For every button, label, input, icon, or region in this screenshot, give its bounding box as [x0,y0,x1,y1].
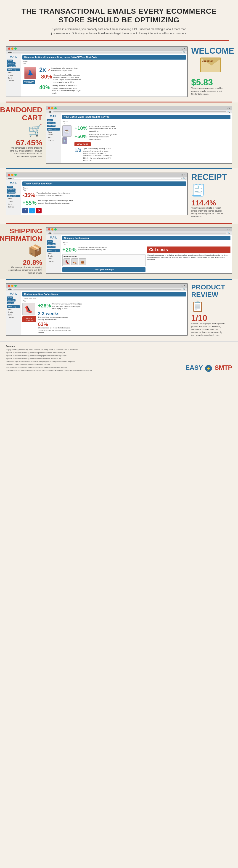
source-8: yesmagazine.com/content/blog/post/archiv… [6,369,92,372]
shipping-stat-desc: The average click rate for shipping conf… [8,266,42,275]
facebook-icon[interactable]: f [22,208,28,213]
stat-63: 63% [38,321,48,327]
reward-btn[interactable]: REWARD [7,302,14,304]
stat-80: -80% [39,74,52,80]
stat-28: +28% [38,303,51,309]
related-item-3: 👜 [79,258,86,265]
sources-content: Sources: shopify.com/blog/548430-why-onl… [6,345,92,372]
reply-btn[interactable]: REPLY [7,60,13,62]
stat-40-desc: Sending a series of emails can improve t… [52,85,81,94]
mail-client: MAIL REPLY REPLY ALL FORWARD Inbox (12) … [6,180,187,215]
reply-all-btn[interactable]: REPLY ALL [47,122,56,124]
email-subject-bar: Review Your New Coffee Maker [22,292,186,297]
titlebar: □ ✕ [6,173,187,177]
receipt-stat-value: 114.4% [191,199,226,207]
stat-2x-arrow: ↗ [48,68,51,71]
mail-client: MAIL REPLY REPLY ALL REWARD Inbox (12) J… [6,291,187,335]
stat-55-desc: The average increase in click-through wh… [38,200,75,205]
stat-20: +20% [62,247,77,253]
from-to: From:To: [22,61,186,65]
stat-10-desc: The increase in open rates when specific… [89,125,119,132]
reply-btn[interactable]: REPLY [7,186,13,188]
review-stat-desc: Around 1 in 10 people will respond to pr… [191,322,226,337]
page-header: THE TRANSACTIONAL EMAILS EVERY ECOMMERCE… [0,0,238,38]
mail-sidebar: MAIL REPLY REPLY ALL FORWARD Inbox (12) … [6,54,21,97]
shipping-stat-value: 20.8% [8,259,42,266]
stat-28-desc: Using the word 'review' in the subject l… [52,303,84,310]
source-7: smartinsights.com/email-marketing/email-… [6,366,92,369]
welcome-right-panel: WELCOME WELCOME $5.83 The average revenu… [191,46,232,95]
revenue-value: $5.83 [191,78,226,87]
mail-main: Review Your New Coffee Maker Today 8:06 … [21,291,187,335]
folder-drafts[interactable]: Drafts [7,74,20,76]
review-stat-value: 1/10 [191,314,226,322]
forward-btn[interactable]: FORWARD [7,191,16,193]
email-body: 👗 MEMBERSHIP BENEFITS 2x ↗ [22,66,186,95]
shipping-left-panel: SHIPPING CONFIRMATION 📦 20.8% The averag… [6,227,42,275]
forward-btn[interactable]: FORWARD [7,65,16,67]
review-product-button[interactable]: Review Product [22,316,36,322]
mail-main: Your Coffee Maker Is Still Waiting For Y… [61,114,232,163]
revenue-desc: The average revenue per email for welcom… [191,87,226,95]
cart-stat-value: 67.45% [8,139,42,147]
source-5: clicks.com/blog/column/2309453-tips-for-… [6,360,92,363]
folder-sent[interactable]: Sent [7,77,20,79]
cut-costs-header: Cut costs [147,247,231,253]
source-1: shopify.com/blog/548430-why-online-retai… [6,348,92,351]
view-cart-button[interactable]: VIEW CART [75,142,91,146]
receipt-email-mockup: □ ✕ ◀ ▶ 🔍 MAIL REPLY REPLY ALL FORWARD I… [6,173,188,215]
addressbar: ◀ ▶ 🔍 [6,287,187,291]
cart-left-panel: ABANDONED CART 🛒 67.45% The percentage o… [6,106,42,158]
reply-all-btn[interactable]: REPLY ALL [47,243,56,245]
min-dot [11,48,13,50]
stat-20-desc: Adding cross-sell recommendations increa… [78,247,108,251]
stat-weeks: 2-3 weeks [38,311,60,316]
stat-35-desc: The reduction in click rate for confirma… [36,192,73,197]
person-figure: 👗 [24,67,36,79]
mail-sidebar: MAIL REPLY REPLY ALL FORWARD Inbox (12) … [6,180,21,215]
review-section: □ ✕ ◀ ▶ 🔍 MAIL REPLY REPLY ALL REWARD In… [0,280,238,341]
reply-all-btn[interactable]: REPLY ALL [7,188,16,191]
folder-deleted[interactable]: Deleted [7,80,20,82]
reply-all-btn[interactable]: REPLY ALL [7,62,16,65]
source-4: experian.com/assets/marketing-services/p… [6,358,92,361]
main-title: THE TRANSACTIONAL EMAILS EVERY ECOMMERCE… [18,7,220,24]
titlebar: □ ✕ [46,106,232,110]
addressbar: ◀ ▶ 🔍 [6,51,187,54]
cut-costs-desc: On customer service by including any inf… [147,254,231,261]
stat-40: 40% [39,85,50,90]
cart-section: ABANDONED CART 🛒 67.45% The percentage o… [0,102,238,168]
forward-btn[interactable]: FORWARD [47,246,56,248]
reply-all-btn[interactable]: REPLY ALL [7,299,16,302]
welcome-section: □ ✕ ◀ ▶ 🔍 MAIL REPLY REPLY ALL FORWARD I… [0,43,238,101]
forward-btn[interactable]: FORWARD [47,125,56,127]
reply-btn[interactable]: REPLY [7,297,13,299]
reply-btn[interactable]: REPLY [47,240,53,243]
source-3: experian.com/assets/marketing-services/w… [6,354,92,358]
shipping-section: SHIPPING CONFIRMATION 📦 20.8% The averag… [0,224,238,279]
folder-inbox[interactable]: Inbox (12) [7,68,20,71]
envelope-illustration: WELCOME [200,58,223,76]
titlebar: □ ✕ [46,227,232,231]
receipt-illustration: 🧾 [191,184,205,197]
brand-logo: EASY ⚡ SMTP [185,364,232,372]
reply-btn[interactable]: REPLY [47,119,53,121]
mail-main: Shipping Confirmation From:To: +20% Addi… [61,235,232,273]
stat-2x-desc: Including an offer can more than double … [51,67,79,72]
cart-title: ABANDONED CART [0,106,42,122]
max-dot [14,48,17,50]
stat-half-desc: Open rates vary by industry, but on aver… [83,148,113,162]
receipt-right-panel: RECEIPT 🧾 114.4% The average open rate o… [191,173,232,218]
mail-main: Welcome To Our eCommerce Store, Here's 1… [21,54,187,97]
stat-weeks-desc: The ideal time between purchase and send… [38,316,75,321]
related-items-container: Related Items 👠 👡 👜 [62,254,146,266]
twitter-icon[interactable]: t [29,208,35,213]
related-item-1: 👠 [63,258,70,265]
related-items-label: Related Items [63,255,144,258]
folder-junk[interactable]: Junk [7,71,20,74]
welcome-email-mockup: □ ✕ ◀ ▶ 🔍 MAIL REPLY REPLY ALL FORWARD I… [6,46,188,97]
pinterest-icon[interactable]: P [36,208,41,213]
track-package-button[interactable]: Track your Package [62,267,146,272]
mail-client: MAIL REPLY REPLY ALL FORWARD Inbox (12) … [46,235,232,273]
header-divider [9,40,229,41]
